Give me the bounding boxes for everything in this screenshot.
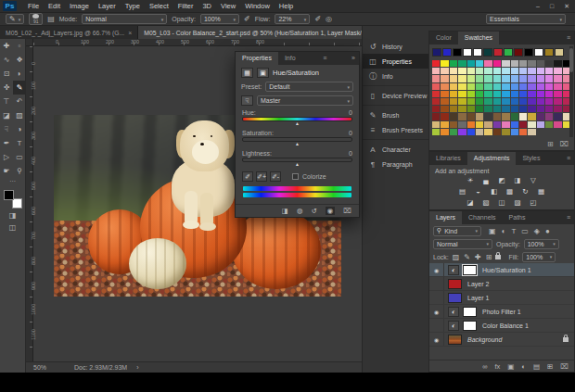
healing-brush-tool[interactable]: ✜ xyxy=(0,81,13,95)
swatch[interactable] xyxy=(476,83,483,90)
swatch[interactable] xyxy=(511,68,518,74)
scrollbar[interactable] xyxy=(569,46,573,137)
swatch[interactable] xyxy=(467,113,475,120)
swatch[interactable] xyxy=(493,91,501,97)
marquee-tool[interactable]: ▫ xyxy=(13,39,26,53)
swatch[interactable] xyxy=(502,106,509,112)
eyedropper-icon[interactable]: ✐ xyxy=(242,171,253,182)
menu-edit[interactable]: Edit xyxy=(44,0,65,12)
swatch[interactable] xyxy=(493,68,501,74)
swatch[interactable] xyxy=(450,113,457,120)
swatch[interactable] xyxy=(484,60,492,67)
swatch[interactable] xyxy=(493,83,501,90)
swatch[interactable] xyxy=(432,60,440,67)
visibility-eye-icon[interactable]: ◉ xyxy=(429,263,444,276)
lock-transparent-icon[interactable]: ▨ xyxy=(453,253,460,261)
clip-to-layer-icon[interactable]: ◨ xyxy=(282,207,288,215)
menu-image[interactable]: Image xyxy=(65,0,94,12)
filter-toggle-icon[interactable]: ● xyxy=(545,227,550,235)
pen-pressure-size-button[interactable]: ◎ xyxy=(326,15,332,23)
collapse-panel-icon[interactable]: » xyxy=(348,52,359,65)
lock-position-icon[interactable]: ✚ xyxy=(475,253,481,261)
curves-icon[interactable]: ◩ xyxy=(496,176,508,185)
swatch[interactable] xyxy=(528,68,535,74)
smart-object-filter-icon[interactable]: ◈ xyxy=(534,227,540,235)
layer-filter-select[interactable]: ⚲ Kind ▾ xyxy=(433,226,481,236)
swatch[interactable] xyxy=(484,106,492,112)
screen-mode-button[interactable]: ◫ xyxy=(0,221,25,234)
layer-row[interactable]: ◉Background xyxy=(429,333,574,347)
swatch[interactable] xyxy=(432,129,440,135)
airbrush-button[interactable]: ✐ xyxy=(314,15,321,23)
lasso-tool[interactable]: ∿ xyxy=(0,53,13,67)
swatch[interactable] xyxy=(467,91,475,97)
swatch[interactable] xyxy=(467,68,475,74)
swatch[interactable] xyxy=(450,75,457,82)
swatch[interactable] xyxy=(467,129,475,135)
recent-swatch[interactable] xyxy=(463,48,472,57)
panel-menu-icon[interactable]: ≡ xyxy=(319,52,330,65)
eyedropper-tool[interactable]: ◗ xyxy=(13,67,26,81)
layer-row[interactable]: ◉◐Hue/Saturation 1 xyxy=(429,263,574,277)
swatch[interactable] xyxy=(545,98,553,105)
lock-all-icon[interactable] xyxy=(495,255,501,259)
swatch[interactable] xyxy=(458,68,466,74)
zoom-tool[interactable]: ⚲ xyxy=(13,164,26,178)
swatch[interactable] xyxy=(554,106,561,112)
swatch[interactable] xyxy=(511,106,518,112)
swatch[interactable] xyxy=(450,83,457,90)
swatch[interactable] xyxy=(502,68,509,74)
swatch[interactable] xyxy=(441,129,448,135)
swatch[interactable] xyxy=(484,75,492,82)
crop-tool[interactable]: ⊡ xyxy=(0,67,13,81)
panel-menu-icon[interactable]: ≡ xyxy=(563,32,574,44)
swatch[interactable] xyxy=(458,75,466,82)
swatches-tab-swatches[interactable]: Swatches xyxy=(458,32,499,44)
swatch[interactable] xyxy=(493,60,501,67)
rectangle-tool[interactable]: ▭ xyxy=(13,150,26,164)
flow-select[interactable]: 22% ▾ xyxy=(275,14,310,24)
swatch[interactable] xyxy=(502,121,509,128)
swatch[interactable] xyxy=(467,75,475,82)
targeted-adjustment-icon[interactable]: ☟ xyxy=(241,95,253,106)
type-tool[interactable]: T xyxy=(13,136,26,150)
dock-item-info[interactable]: ⓘInfo xyxy=(363,69,428,83)
swatch[interactable] xyxy=(441,68,448,74)
swatch[interactable] xyxy=(502,91,509,97)
swatch[interactable] xyxy=(450,91,457,97)
swatch[interactable] xyxy=(458,98,466,105)
swatch[interactable] xyxy=(519,91,527,97)
swatch[interactable] xyxy=(476,106,483,112)
recent-swatch[interactable] xyxy=(442,48,452,57)
menu-help[interactable]: Help xyxy=(275,0,298,12)
blend-mode-select[interactable]: Normal ▾ xyxy=(433,239,492,249)
recent-swatch[interactable] xyxy=(514,48,523,57)
properties-tab-info[interactable]: Info xyxy=(278,52,302,65)
recent-swatch[interactable] xyxy=(493,48,503,57)
dodge-tool[interactable]: ◑ xyxy=(13,122,26,136)
menu-window[interactable]: Window xyxy=(240,0,275,12)
swatch[interactable] xyxy=(511,129,518,135)
swatch[interactable] xyxy=(441,121,448,128)
tool-preset-picker[interactable]: ✎ ▾ xyxy=(6,14,24,24)
swatch[interactable] xyxy=(519,83,527,90)
panel-menu-icon[interactable]: ≡ xyxy=(563,152,574,165)
menu-file[interactable]: File xyxy=(23,0,44,12)
threshold-icon[interactable]: ◫ xyxy=(496,198,508,208)
visibility-empty[interactable] xyxy=(429,319,444,332)
type-filter-icon[interactable]: T xyxy=(511,227,516,235)
brush-tool[interactable]: ✎ xyxy=(13,81,26,95)
swatch[interactable] xyxy=(528,98,535,105)
menu-layer[interactable]: Layer xyxy=(94,0,121,12)
swatches-tab-color[interactable]: Color xyxy=(429,32,458,44)
swatch[interactable] xyxy=(511,98,518,105)
colorize-checkbox[interactable] xyxy=(292,173,299,180)
swatch[interactable] xyxy=(519,121,527,128)
history-brush-tool[interactable]: ↶ xyxy=(13,95,26,108)
swatch[interactable] xyxy=(493,98,501,105)
swatch[interactable] xyxy=(528,129,535,135)
swatch[interactable] xyxy=(458,106,466,112)
swatch[interactable] xyxy=(554,75,561,82)
swatch[interactable] xyxy=(441,83,448,90)
swatch[interactable] xyxy=(476,113,483,120)
